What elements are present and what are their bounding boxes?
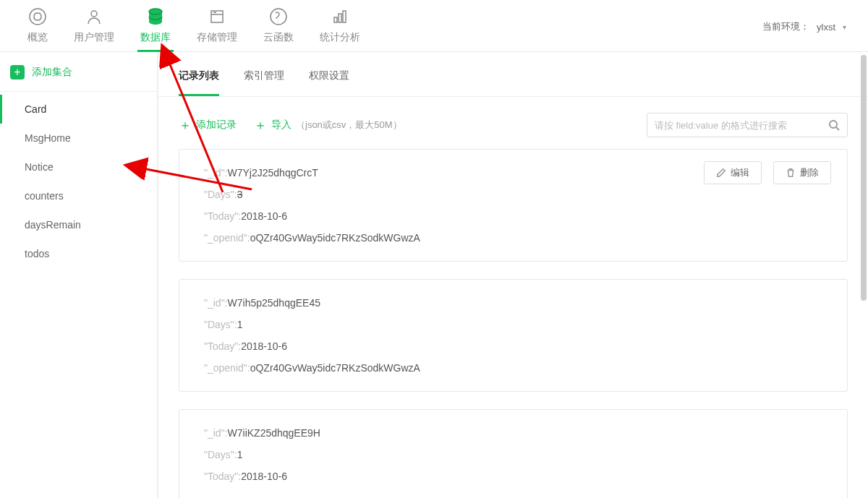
nav-database[interactable]: 数据库 (140, 7, 171, 44)
import-hint: （json或csv，最大50M） (296, 119, 402, 132)
field-id: W7iiKZ25dhqgEE9H (228, 427, 320, 439)
env-value: ylxst (817, 22, 835, 33)
add-collection-button[interactable]: + 添加集合 (0, 52, 157, 91)
svg-point-0 (30, 9, 46, 25)
svg-rect-9 (343, 11, 346, 22)
field-days: 3 (237, 189, 243, 200)
nav-overview[interactable]: 概览 (27, 7, 48, 44)
import-label: 导入 (271, 119, 292, 132)
users-icon (84, 7, 104, 27)
nav-label: 概览 (27, 31, 48, 44)
plus-icon: ＋ (254, 119, 267, 132)
field-id: W7Yj2J25dhqgCrcT (228, 167, 318, 179)
add-collection-label: 添加集合 (32, 66, 72, 79)
storage-icon (207, 7, 227, 27)
record-card: 编辑 删除 "_id":W7Yj2J25dhqgCrcT "Days":3 "T… (179, 149, 848, 262)
search-input[interactable] (655, 120, 828, 131)
stats-icon (330, 7, 350, 27)
vertical-scrollbar[interactable] (861, 55, 867, 301)
topbar: 概览 用户管理 数据库 存储管理 云函数 (0, 0, 868, 52)
nav-label: 用户管理 (74, 31, 114, 44)
search-icon (828, 119, 840, 131)
toolbar: ＋ 添加记录 ＋ 导入 （json或csv，最大50M） (158, 97, 868, 149)
svg-rect-4 (211, 11, 223, 22)
tab-permissions[interactable]: 权限设置 (309, 69, 349, 96)
collection-list: Card MsgHome Notice counters daysRemain … (0, 95, 157, 498)
pencil-icon (716, 168, 726, 178)
database-icon (145, 7, 166, 27)
collection-item-daysremain[interactable]: daysRemain (0, 210, 157, 239)
svg-rect-7 (334, 17, 337, 22)
record-card: "_id":W7iiKZ25dhqgEE9H "Days":1 "Today":… (179, 409, 848, 498)
field-days: 1 (237, 449, 243, 460)
nav-stats[interactable]: 统计分析 (320, 7, 360, 44)
add-record-button[interactable]: ＋ 添加记录 (179, 119, 237, 132)
env-label: 当前环境： (762, 20, 809, 33)
collection-item-card[interactable]: Card (0, 95, 157, 124)
field-openid: oQZr40GvWay5idc7RKzSodkWGwzA (250, 362, 420, 374)
field-days: 1 (237, 319, 243, 330)
add-record-label: 添加记录 (196, 119, 237, 132)
search-box[interactable] (647, 113, 848, 137)
collection-item-notice[interactable]: Notice (0, 153, 157, 181)
functions-icon (268, 7, 289, 27)
main: 记录列表 索引管理 权限设置 ＋ 添加记录 ＋ 导入 （json或csv，最大5… (158, 52, 868, 498)
field-openid: oQZr40GvWay5idc7RKzSodkWGwzA (250, 232, 420, 244)
svg-point-10 (830, 121, 837, 128)
import-button[interactable]: ＋ 导入 （json或csv，最大50M） (254, 119, 402, 132)
plus-icon: ＋ (179, 119, 192, 132)
edit-button[interactable]: 编辑 (704, 161, 762, 184)
trash-icon (786, 168, 796, 178)
tab-records[interactable]: 记录列表 (179, 69, 219, 96)
collection-item-counters[interactable]: counters (0, 181, 157, 210)
nav-label: 数据库 (140, 31, 171, 44)
record-card: "_id":W7ih5p25dhqgEE45 "Days":1 "Today":… (179, 279, 848, 392)
env-indicator[interactable]: 当前环境： ylxst ▾ (762, 20, 846, 33)
tab-index[interactable]: 索引管理 (244, 69, 284, 96)
nav-label: 云函数 (263, 31, 294, 44)
nav-functions[interactable]: 云函数 (263, 7, 294, 44)
nav-storage[interactable]: 存储管理 (197, 7, 237, 44)
plus-icon: + (10, 65, 25, 80)
svg-point-1 (91, 11, 97, 17)
nav-label: 存储管理 (197, 31, 237, 44)
svg-rect-8 (339, 14, 341, 22)
field-id: W7ih5p25dhqgEE45 (228, 297, 320, 309)
records: 编辑 删除 "_id":W7Yj2J25dhqgCrcT "Days":3 "T… (158, 149, 868, 498)
delete-button[interactable]: 删除 (773, 161, 831, 184)
chevron-down-icon: ▾ (843, 23, 846, 31)
topnav: 概览 用户管理 数据库 存储管理 云函数 (14, 7, 360, 51)
collection-item-msghome[interactable]: MsgHome (0, 124, 157, 153)
sidebar: + 添加集合 Card MsgHome Notice counters days… (0, 52, 158, 498)
collection-item-todos[interactable]: todos (0, 239, 157, 268)
nav-label: 统计分析 (320, 31, 360, 44)
nav-users[interactable]: 用户管理 (74, 7, 114, 44)
overview-icon (27, 7, 48, 27)
record-actions: 编辑 删除 (704, 161, 831, 184)
divider (0, 91, 157, 92)
field-today: 2018-10-6 (241, 471, 287, 482)
svg-rect-5 (213, 12, 216, 14)
field-today: 2018-10-6 (241, 210, 287, 222)
field-today: 2018-10-6 (241, 340, 287, 352)
tabs: 记录列表 索引管理 权限设置 (158, 52, 868, 97)
